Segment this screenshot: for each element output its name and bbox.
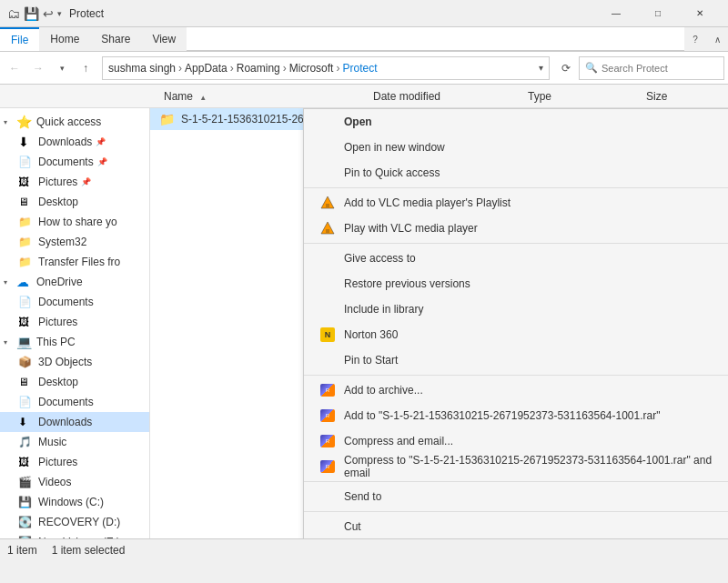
ribbon-help-button[interactable]: ?: [684, 27, 706, 51]
onedrive-icon: ☁: [16, 275, 33, 289]
address-part-4: Microsoft: [289, 62, 334, 75]
sidebar-group-thispc[interactable]: ▾ 💻 This PC: [0, 332, 149, 352]
pin-icon-downloads: 📌: [96, 137, 106, 146]
tab-file[interactable]: File: [0, 27, 39, 51]
ctx-open-new-window[interactable]: Open in new window: [304, 135, 728, 160]
sidebar-item-desktop-quick[interactable]: 🖥 Desktop: [0, 192, 149, 212]
ctx-pin-start-icon: [318, 351, 337, 369]
ctx-library-icon: [318, 300, 337, 318]
3dobjects-icon: 📦: [18, 356, 35, 368]
ctx-norton-icon: N: [318, 326, 337, 344]
refresh-button[interactable]: ⟳: [555, 57, 577, 79]
address-part-5: Protect: [342, 62, 377, 75]
sidebar-item-system32[interactable]: 📁 System32: [0, 232, 149, 252]
ctx-give-access-icon: [318, 249, 337, 267]
sidebar-item-videos[interactable]: 🎬 Videos: [0, 472, 149, 492]
ctx-send-to[interactable]: Send to ›: [304, 484, 728, 509]
ctx-add-rar[interactable]: R Add to "S-1-5-21-1536310215-2671952373…: [304, 403, 728, 428]
ctx-open-icon: [318, 113, 337, 131]
sidebar-item-howto[interactable]: 📁 How to share yo: [0, 212, 149, 232]
title-bar-title: Protect: [69, 7, 595, 20]
status-selected: 1 item selected: [52, 544, 126, 557]
ctx-add-archive[interactable]: R Add to archive...: [304, 377, 728, 403]
sidebar-item-documents-quick[interactable]: 📄 Documents 📌: [0, 152, 149, 172]
maximize-button[interactable]: □: [637, 0, 679, 27]
ctx-norton[interactable]: N Norton 360 ›: [304, 322, 728, 347]
pin-icon-pics: 📌: [81, 177, 91, 186]
onedrive-label: OneDrive: [36, 276, 83, 288]
ctx-cut[interactable]: Cut: [304, 514, 728, 538]
ctx-compress-rar-email[interactable]: R Compress to "S-1-5-21-1536310215-26719…: [304, 454, 728, 479]
sidebar-item-music[interactable]: 🎵 Music: [0, 432, 149, 452]
sidebar-item-recovery-d[interactable]: 💽 RECOVERY (D:): [0, 512, 149, 532]
col-header-name[interactable]: Name ▲: [155, 90, 373, 103]
ctx-sep-4: [304, 481, 728, 482]
forward-button[interactable]: →: [27, 57, 49, 79]
ribbon-tabs: File Home Share View ? ∧: [0, 27, 728, 51]
col-header-date[interactable]: Date modified: [373, 90, 528, 103]
recent-button[interactable]: ▾: [51, 57, 73, 79]
address-dropdown-icon[interactable]: ▾: [539, 63, 543, 73]
ctx-vlc-play-icon: [318, 219, 337, 237]
sidebar-group-quick-access[interactable]: ▾ ⭐ Quick access: [0, 112, 149, 132]
ctx-include-library[interactable]: Include in library ›: [304, 297, 728, 322]
ctx-restore-prev[interactable]: Restore previous versions: [304, 271, 728, 297]
tab-share[interactable]: Share: [90, 27, 141, 51]
ctx-add-rar-icon: R: [318, 407, 337, 425]
ctx-pin-quick[interactable]: Pin to Quick access: [304, 160, 728, 186]
sidebar-item-windows-c[interactable]: 💾 Windows (C:): [0, 492, 149, 512]
sidebar-item-pictures-quick[interactable]: 🖼 Pictures 📌: [0, 172, 149, 192]
address-sep-4: ›: [336, 62, 339, 75]
downloads-pc-icon: ⬇: [18, 416, 35, 428]
back-button[interactable]: ←: [4, 57, 25, 79]
ctx-open[interactable]: Open: [304, 109, 728, 135]
documents-pc-icon: 📄: [18, 396, 35, 408]
ribbon-collapse-button[interactable]: ∧: [706, 27, 728, 51]
ctx-give-access[interactable]: Give access to ›: [304, 246, 728, 271]
pictures-icon: 🖼: [18, 176, 35, 188]
search-input[interactable]: [602, 63, 718, 74]
title-bar-icons: 🗂 💾 ↩ ▾: [7, 6, 62, 21]
quick-access-arrow: ▾: [4, 118, 16, 126]
ctx-sep-2: [304, 243, 728, 244]
windows-c-icon: 💾: [18, 496, 35, 508]
up-button[interactable]: ↑: [75, 57, 96, 79]
close-button[interactable]: ✕: [679, 0, 721, 27]
thispc-icon: 💻: [16, 335, 33, 349]
sidebar-item-new-volume-e[interactable]: 💽 New Volume (E:): [0, 532, 149, 538]
sidebar-group-onedrive[interactable]: ▾ ☁ OneDrive: [0, 272, 149, 292]
ctx-compress-email[interactable]: R Compress and email...: [304, 428, 728, 454]
sidebar-item-pictures-pc[interactable]: 🖼 Pictures: [0, 452, 149, 472]
tab-view[interactable]: View: [141, 27, 187, 51]
transfer-icon: 📁: [18, 256, 35, 268]
documents-icon: 📄: [18, 156, 35, 168]
content-area: 📁 S-1-5-21-1536310215-2671952373-5311635…: [150, 108, 728, 538]
main-layout: ▾ ⭐ Quick access ⬇ Downloads 📌 📄 Documen…: [0, 108, 728, 538]
tab-home[interactable]: Home: [39, 27, 90, 51]
downloads-icon: ⬇: [18, 135, 35, 149]
nav-bar: ← → ▾ ↑ sushma singh › AppData › Roaming…: [0, 52, 728, 85]
sidebar-item-3dobjects[interactable]: 📦 3D Objects: [0, 352, 149, 372]
ctx-sep-5: [304, 511, 728, 512]
col-header-size[interactable]: Size: [646, 90, 719, 103]
sidebar-item-onedrive-pics[interactable]: 🖼 Pictures: [0, 312, 149, 332]
onedrive-arrow: ▾: [4, 278, 16, 286]
title-bar-icon-save: 💾: [24, 6, 39, 21]
minimize-button[interactable]: —: [595, 0, 637, 27]
sidebar-item-desktop-pc[interactable]: 🖥 Desktop: [0, 372, 149, 392]
sidebar-item-transfer[interactable]: 📁 Transfer Files fro: [0, 252, 149, 272]
sidebar-item-downloads-pc[interactable]: ⬇ Downloads: [0, 412, 149, 432]
ctx-open-new-window-icon: [318, 138, 337, 156]
od-docs-icon: 📄: [18, 296, 35, 308]
sidebar-item-onedrive-docs[interactable]: 📄 Documents: [0, 292, 149, 312]
ctx-vlc-play[interactable]: Play with VLC media player: [304, 216, 728, 241]
sidebar-item-documents-pc[interactable]: 📄 Documents: [0, 392, 149, 412]
address-sep-1: ›: [178, 62, 182, 75]
title-bar-chevron[interactable]: ▾: [57, 9, 62, 18]
sidebar-item-downloads-quick[interactable]: ⬇ Downloads 📌: [0, 132, 149, 152]
address-bar[interactable]: sushma singh › AppData › Roaming › Micro…: [102, 56, 550, 80]
col-header-type[interactable]: Type: [528, 90, 646, 103]
desktop-icon: 🖥: [18, 196, 35, 208]
ctx-vlc-playlist[interactable]: Add to VLC media player's Playlist: [304, 190, 728, 216]
ctx-pin-start[interactable]: Pin to Start: [304, 347, 728, 373]
